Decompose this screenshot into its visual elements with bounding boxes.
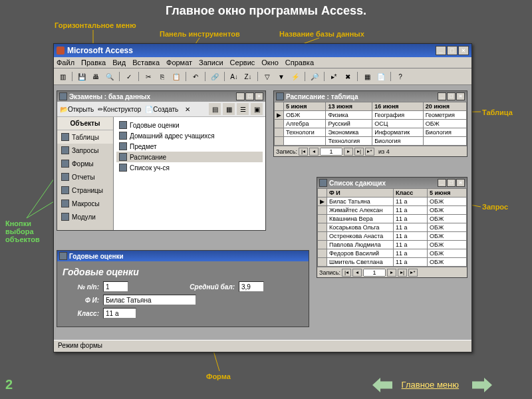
menu-tools[interactable]: Сервис bbox=[230, 59, 255, 66]
menu-view[interactable]: Вид bbox=[112, 59, 126, 66]
prev-slide-button[interactable] bbox=[372, 378, 392, 392]
table-close-button[interactable]: × bbox=[456, 92, 465, 100]
db-view4-icon[interactable]: ▣ bbox=[251, 103, 263, 115]
nav-prev-button[interactable]: ◂ bbox=[309, 148, 319, 156]
list-item[interactable]: Годовые оценки bbox=[116, 120, 263, 130]
menu-file[interactable]: Файл bbox=[57, 59, 74, 66]
table-row[interactable]: Павлова Людмила11 аОБЖ bbox=[318, 241, 467, 249]
nav-prev-button[interactable]: ◂ bbox=[352, 269, 362, 277]
sidebar-item-modules[interactable]: Модули bbox=[57, 210, 113, 223]
query-min-button[interactable]: _ bbox=[438, 179, 446, 187]
sidebar-item-forms[interactable]: Формы bbox=[57, 157, 113, 170]
nav-new-button[interactable]: ▸* bbox=[365, 148, 374, 156]
nav-last-button[interactable]: ▸| bbox=[398, 269, 407, 277]
forms-icon bbox=[61, 160, 69, 168]
tool-filter-icon[interactable]: ▽ bbox=[261, 70, 273, 82]
nav-first-button[interactable]: |◂ bbox=[342, 269, 351, 277]
field-num-input[interactable] bbox=[103, 281, 128, 292]
nav-new-button[interactable]: ▸* bbox=[408, 269, 418, 277]
db-view1-icon[interactable]: ▤ bbox=[209, 103, 221, 115]
table-row[interactable]: Федоров Василий11 аОБЖ bbox=[318, 249, 467, 258]
table-min-button[interactable]: _ bbox=[438, 92, 446, 100]
tool-db-icon[interactable]: ▦ bbox=[361, 70, 373, 82]
table-row[interactable]: ▶ОБЖФизикаГеографияГеометрия bbox=[275, 111, 467, 120]
db-open-button[interactable]: 📂Открыть bbox=[60, 106, 94, 113]
sidebar-item-reports[interactable]: Отчеты bbox=[57, 170, 113, 184]
tool-filter3-icon[interactable]: ⚡ bbox=[289, 70, 301, 82]
table-row[interactable]: Жимайтес Алексан11 аОБЖ bbox=[318, 206, 467, 215]
nav-last-button[interactable]: ▸| bbox=[354, 148, 364, 156]
page-number: 2 bbox=[5, 377, 13, 392]
maximize-button[interactable]: □ bbox=[447, 46, 458, 55]
menu-edit[interactable]: Правка bbox=[81, 59, 106, 66]
table-row[interactable]: Квашнина Вера11 аОБЖ bbox=[318, 215, 467, 223]
table-row[interactable]: Остренкова Анаста11 аОБЖ bbox=[318, 232, 467, 241]
students-table[interactable]: Ф ИКласс5 июня ▶Билас Татьяна11 аОБЖ Жим… bbox=[317, 188, 467, 267]
slide-title: Главное окно программы Access. bbox=[0, 0, 532, 18]
table-row[interactable]: ТехнологиЭкономикаИнформатикБиология bbox=[275, 128, 467, 137]
tool-find-icon[interactable]: 🔎 bbox=[309, 70, 321, 82]
tool-link-icon[interactable]: 🔗 bbox=[209, 70, 221, 82]
schedule-table[interactable]: 5 июня 13 июня 16 июня 20 июня ▶ОБЖФизик… bbox=[274, 102, 467, 146]
db-create-button[interactable]: 📄Создать bbox=[145, 106, 178, 113]
table-row[interactable]: Косарькова Ольга11 аОБЖ bbox=[318, 223, 467, 232]
tool-save-icon[interactable]: 💾 bbox=[76, 70, 88, 82]
sidebar-item-tables[interactable]: Таблицы bbox=[57, 130, 113, 144]
field-class-input[interactable] bbox=[103, 308, 136, 319]
table-row[interactable]: ▶Билас Татьяна11 аОБЖ bbox=[318, 198, 467, 206]
tool-cut-icon[interactable]: ✂ bbox=[142, 70, 154, 82]
table-row[interactable]: ТехнологияБиология bbox=[275, 137, 467, 146]
close-button[interactable]: × bbox=[458, 46, 469, 55]
sidebar-item-macros[interactable]: Макросы bbox=[57, 197, 113, 210]
table-row[interactable]: АлгебраРусскийОСЦОБЖ bbox=[275, 120, 467, 128]
record-number-input[interactable] bbox=[320, 148, 342, 156]
field-avg-input[interactable] bbox=[239, 281, 264, 292]
field-fio-input[interactable] bbox=[103, 295, 196, 305]
sidebar-item-queries[interactable]: Запросы bbox=[57, 144, 113, 157]
tool-copy-icon[interactable]: ⎘ bbox=[156, 70, 168, 82]
tool-view-icon[interactable]: ▥ bbox=[57, 70, 68, 82]
db-max-button[interactable]: □ bbox=[245, 92, 254, 100]
tool-sort-desc-icon[interactable]: Z↓ bbox=[242, 70, 254, 82]
tool-undo-icon[interactable]: ↶ bbox=[190, 70, 201, 82]
minimize-button[interactable]: _ bbox=[436, 46, 446, 55]
tool-filter2-icon[interactable]: ▼ bbox=[275, 70, 287, 82]
list-item[interactable]: Расписание bbox=[116, 152, 263, 162]
main-menu-link[interactable]: Главное меню bbox=[402, 380, 459, 390]
tool-new-icon[interactable]: ▸* bbox=[328, 70, 340, 82]
list-item[interactable]: Предмет bbox=[116, 141, 263, 152]
menu-format[interactable]: Формат bbox=[166, 59, 192, 66]
tool-delete-icon[interactable]: ✖ bbox=[342, 70, 354, 82]
tool-obj-icon[interactable]: 📄 bbox=[375, 70, 387, 82]
query-max-button[interactable]: □ bbox=[447, 179, 456, 187]
tool-sort-asc-icon[interactable]: A↓ bbox=[228, 70, 240, 82]
db-design-button[interactable]: ✏Конструктор bbox=[98, 106, 141, 113]
db-close-button[interactable]: × bbox=[255, 92, 263, 100]
tool-print-icon[interactable]: 🖶 bbox=[90, 70, 102, 82]
db-view2-icon[interactable]: ▦ bbox=[223, 103, 235, 115]
tool-help-icon[interactable]: ? bbox=[394, 70, 406, 82]
menu-insert[interactable]: Вставка bbox=[132, 59, 160, 66]
menu-help[interactable]: Справка bbox=[285, 59, 314, 66]
tool-preview-icon[interactable]: 🔍 bbox=[104, 70, 116, 82]
reports-icon bbox=[61, 173, 69, 181]
tool-paste-icon[interactable]: 📋 bbox=[170, 70, 182, 82]
nav-next-button[interactable]: ▸ bbox=[344, 148, 353, 156]
list-item[interactable]: Домашний адрес учащихся bbox=[116, 130, 263, 141]
list-item[interactable]: Список уч-ся bbox=[116, 162, 263, 173]
db-view3-icon[interactable]: ☰ bbox=[237, 103, 249, 115]
record-number-input[interactable] bbox=[363, 269, 386, 277]
next-slide-button[interactable] bbox=[472, 378, 492, 392]
query-close-button[interactable]: × bbox=[456, 179, 465, 187]
table-max-button[interactable]: □ bbox=[447, 92, 456, 100]
nav-next-button[interactable]: ▸ bbox=[387, 269, 396, 277]
db-min-button[interactable]: _ bbox=[236, 92, 245, 100]
sidebar-item-pages[interactable]: Страницы bbox=[57, 184, 113, 197]
menu-window[interactable]: Окно bbox=[261, 59, 279, 66]
field-class-label: Класс: bbox=[63, 310, 99, 317]
nav-first-button[interactable]: |◂ bbox=[299, 148, 308, 156]
tool-spell-icon[interactable]: ✓ bbox=[123, 70, 135, 82]
menu-records[interactable]: Записи bbox=[199, 59, 223, 66]
db-toolbar: 📂Открыть ✏Конструктор 📄Создать ✕ ▤ ▦ ☰ ▣ bbox=[57, 102, 265, 117]
table-row[interactable]: Шмитель Светлана11 аОБЖ bbox=[318, 258, 467, 267]
